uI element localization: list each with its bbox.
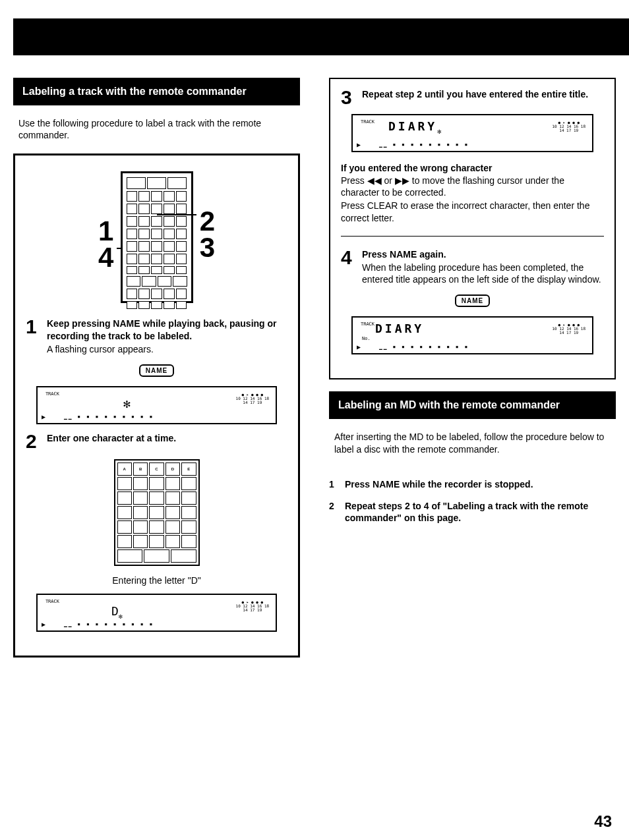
lcd-step3: TRACK DIARY✻ ● ▸ ● ● ● 10 12 14 16 18 14…	[351, 114, 593, 152]
key-D: D	[165, 462, 180, 476]
keypad-figure: A B C D E	[114, 459, 200, 566]
wrong-char-line2: Press CLEAR to erase the incorrect chara…	[341, 200, 604, 223]
lcd-bar: ▁▁ ▪ ▪ ▪ ▪ ▪ ▪ ▪ ▪ ▪	[379, 142, 469, 148]
header-black-band	[13, 18, 629, 55]
lcd-bar: ▁▁ ▪ ▪ ▪ ▪ ▪ ▪ ▪ ▪ ▪	[379, 344, 469, 350]
md-step-2: 2 Repeat steps 2 to 4 of "Labeling a tra…	[329, 500, 616, 525]
step-1-text: A flashing cursor appears.	[47, 343, 287, 355]
lcd-track-label: TRACK	[361, 119, 374, 125]
play-icon: ▶	[357, 141, 361, 148]
step-1: 1 Keep pressing NAME while playing back,…	[26, 318, 287, 355]
name-button-label: NAME	[139, 364, 174, 377]
page-number: 43	[594, 812, 612, 831]
lcd-track-label: TRACK	[45, 391, 59, 397]
step-3-title: Repeat step 2 until you have entered the…	[362, 88, 604, 100]
section-header-track: Labeling a track with the remote command…	[13, 78, 300, 105]
name-button-figure-1: NAME	[26, 364, 287, 377]
play-icon: ▶	[357, 343, 361, 350]
lcd-track-label: TRACK	[45, 599, 59, 604]
keypad-caption: Entering the letter "D"	[26, 575, 287, 586]
md-intro: After inserting the MD to be labeled, fo…	[329, 431, 616, 456]
play-icon: ▶	[42, 621, 45, 628]
lcd-step1: TRACK ✻ ● ▸ ● ● ● 10 12 14 16 18 14 17 1…	[36, 386, 277, 424]
key-A: A	[117, 462, 132, 476]
key-C: C	[149, 462, 164, 476]
procedure-box-right: 3 Repeat step 2 until you have entered t…	[329, 78, 616, 379]
lcd-track-label: TRACK	[361, 322, 374, 327]
left-column: Labeling a track with the remote command…	[13, 78, 300, 827]
lcd-meter: ● ▸ ● ● ● 10 12 14 16 18 14 17 19	[236, 393, 270, 405]
step-2-title: Enter one character at a time.	[47, 432, 287, 444]
page: Labeling a track with the remote command…	[0, 0, 629, 840]
wrong-char-line1: Press ◀◀ or ▶▶ to move the flashing curs…	[341, 175, 604, 198]
remote-figure: 1 4	[26, 165, 287, 310]
lcd-bar: ▁▁ ▪ ▪ ▪ ▪ ▪ ▪ ▪ ▪ ▪	[64, 414, 154, 420]
right-column: 3 Repeat step 2 until you have entered t…	[329, 78, 616, 827]
callout-line-right	[157, 214, 196, 215]
step-4-text: When the labeling procedure has been com…	[362, 262, 604, 285]
lcd-cursor-glyph: ✻	[123, 397, 131, 410]
key-B: B	[133, 462, 148, 476]
wrong-char-heading: If you entered the wrong character	[341, 163, 604, 173]
divider	[341, 236, 604, 237]
step-2: 2 Enter one character at a time.	[26, 432, 287, 450]
lcd-meter: ● ▸ ● ● ● 10 12 14 16 18 14 17 19	[552, 323, 585, 335]
step-3-num: 3	[341, 88, 355, 106]
step-3: 3 Repeat step 2 until you have entered t…	[341, 88, 604, 106]
lcd-step4: TRACK DIARY No. ● ▸ ● ● ● 10 12 14 16 18…	[351, 316, 593, 354]
callout-1-4: 1 4	[98, 218, 113, 271]
name-button-figure-2: NAME	[341, 294, 604, 307]
step-4: 4 Press NAME again. When the labeling pr…	[341, 248, 604, 286]
play-icon: ▶	[42, 413, 45, 420]
lcd-meter: ● ▸ ● ● ● 10 12 14 16 18 14 17 19	[552, 121, 585, 132]
lcd-bar: ▁▁ ▪ ▪ ▪ ▪ ▪ ▪ ▪ ▪ ▪	[64, 621, 154, 627]
step-4-title: Press NAME again.	[362, 248, 604, 260]
name-button-label: NAME	[455, 294, 490, 307]
md-step-list: 1 Press NAME while the recorder is stopp…	[329, 478, 616, 534]
md-step-2-num: 2	[329, 500, 338, 525]
lcd-meter: ● ▸ ● ● ● 10 12 14 16 18 14 17 19	[236, 600, 270, 612]
md-step-2-text: Repeat steps 2 to 4 of "Labeling a track…	[345, 500, 616, 525]
callout-2-3: 2 3	[200, 208, 215, 261]
content-columns: Labeling a track with the remote command…	[13, 78, 616, 827]
lcd-no-label: No.	[362, 336, 371, 341]
step-1-title: Keep pressing NAME while playing back, p…	[47, 318, 287, 341]
intro-text: Use the following procedure to label a t…	[13, 117, 300, 142]
procedure-box-left: 1 4	[13, 154, 300, 658]
lcd-step2: TRACK D✻ ● ▸ ● ● ● 10 12 14 16 18 14 17 …	[36, 594, 277, 632]
step-4-num: 4	[341, 248, 355, 286]
section-header-md: Labeling an MD with the remote commander	[329, 391, 616, 419]
step-2-num: 2	[26, 432, 40, 450]
step-1-num: 1	[26, 318, 40, 355]
md-step-1: 1 Press NAME while the recorder is stopp…	[329, 478, 616, 491]
remote-body	[121, 171, 193, 303]
lcd-entered-char: D✻	[111, 604, 123, 620]
md-step-1-num: 1	[329, 478, 338, 491]
md-step-1-text: Press NAME while the recorder is stopped…	[345, 478, 533, 491]
key-E: E	[181, 462, 196, 476]
